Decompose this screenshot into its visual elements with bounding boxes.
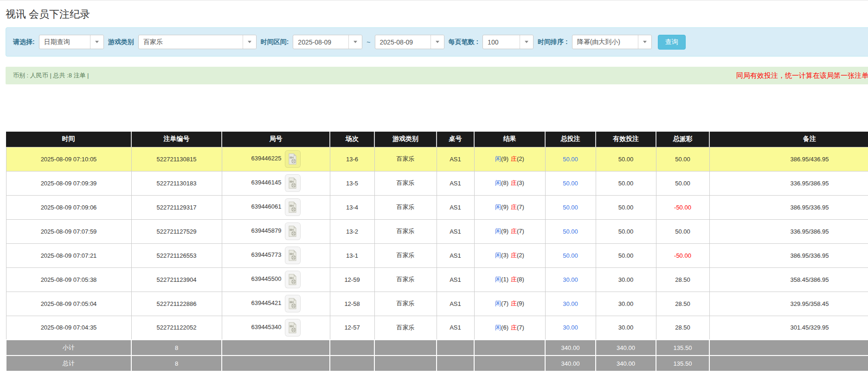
date-from-select[interactable]: 2025-08-09 — [293, 35, 362, 49]
subtotal-total-bet: 340.00 — [545, 340, 596, 356]
result-banker-score: (3) — [517, 179, 524, 186]
total-bet-link[interactable]: 50.00 — [563, 180, 578, 187]
cell-payout: 50.00 — [656, 219, 709, 243]
cell-game-type: 百家乐 — [374, 292, 437, 316]
total-bet-link[interactable]: 30.00 — [563, 276, 578, 283]
total-count: 8 — [131, 356, 222, 371]
video-replay-icon — [288, 298, 297, 310]
cell-bet-id: 522721130815 — [131, 147, 222, 171]
cell-session: 13-5 — [330, 171, 374, 195]
result-banker: 庄 — [511, 179, 517, 186]
query-type-value: 日期查询 — [39, 35, 90, 49]
video-replay-button[interactable] — [285, 247, 301, 264]
cell-remark: 386.95/436.95 — [709, 147, 868, 171]
round-id-value: 639445773 — [251, 251, 281, 258]
col-valid-bet: 有效投注 — [596, 132, 656, 147]
video-replay-button[interactable] — [285, 198, 301, 216]
per-page-label: 每页笔数 : — [449, 38, 479, 46]
cell-table-no: AS1 — [437, 243, 474, 267]
cell-time: 2025-08-09 07:05:38 — [6, 267, 131, 292]
video-replay-icon — [288, 273, 297, 286]
table-row: 2025-08-09 07:09:06 522721129317 6394460… — [6, 195, 868, 219]
total-bet-link[interactable]: 30.00 — [563, 324, 578, 331]
result-banker-score: (2) — [517, 252, 524, 259]
date-to-select[interactable]: 2025-08-09 — [375, 35, 444, 49]
cell-payout: 50.00 — [656, 171, 709, 195]
result-player: 闲 — [495, 179, 501, 186]
video-replay-icon — [288, 201, 297, 213]
result-banker: 庄 — [511, 155, 517, 162]
video-replay-button[interactable] — [285, 295, 301, 312]
subtotal-payout: 135.50 — [656, 340, 709, 356]
col-game-type: 游戏类别 — [374, 132, 437, 147]
cell-session: 12-57 — [330, 316, 374, 340]
cell-time: 2025-08-09 07:09:39 — [6, 171, 131, 195]
col-payout: 总派彩 — [656, 132, 709, 147]
table-row: 2025-08-09 07:09:39 522721130183 6394461… — [6, 171, 868, 195]
video-replay-icon — [288, 249, 297, 261]
cell-payout: -50.00 — [656, 195, 709, 219]
cell-time: 2025-08-09 07:10:05 — [6, 147, 131, 171]
per-page-select[interactable]: 100 — [482, 35, 534, 49]
subtotal-valid-bet: 340.00 — [596, 340, 656, 356]
page-title: 视讯 会员下注纪录 — [6, 7, 868, 21]
cell-session: 13-2 — [330, 219, 374, 243]
cell-game-type: 百家乐 — [374, 219, 437, 243]
cell-game-type: 百家乐 — [374, 171, 437, 195]
result-player-score: (9) — [501, 228, 508, 235]
result-banker: 庄 — [511, 252, 517, 259]
cell-table-no: AS1 — [437, 195, 474, 219]
result-banker-score: (8) — [517, 276, 524, 283]
sort-order-value: 降幂(由大到小) — [572, 35, 638, 49]
currency-total-text: 币别 : 人民币 | 总共 :8 注单 | — [13, 71, 89, 80]
cell-session: 13-1 — [330, 243, 374, 267]
cell-session: 13-6 — [330, 147, 374, 171]
round-id-value: 639445500 — [251, 275, 281, 282]
chevron-down-icon — [348, 35, 362, 49]
result-banker-score: (2) — [517, 155, 524, 162]
total-bet-link[interactable]: 50.00 — [563, 228, 578, 235]
video-replay-button[interactable] — [285, 222, 301, 240]
col-total-bet: 总投注 — [545, 132, 596, 147]
video-replay-icon — [288, 153, 297, 165]
cell-round-id: 639445340 — [222, 316, 330, 340]
video-replay-icon — [288, 177, 297, 189]
cell-game-type: 百家乐 — [374, 316, 437, 340]
round-id-value: 639446225 — [251, 155, 281, 162]
total-bet-link[interactable]: 50.00 — [563, 252, 578, 259]
cell-session: 12-58 — [330, 292, 374, 316]
video-replay-button[interactable] — [285, 174, 301, 192]
cell-valid-bet: 30.00 — [596, 267, 656, 292]
per-page-value: 100 — [483, 35, 520, 49]
query-type-select[interactable]: 日期查询 — [39, 35, 104, 49]
total-bet-link[interactable]: 30.00 — [563, 300, 578, 307]
cell-total-bet: 50.00 — [545, 195, 596, 219]
table-header: 时间 注单编号 局号 场次 游戏类别 桌号 结果 总投注 有效投注 总派彩 备注 — [6, 132, 868, 147]
cell-round-id: 639446145 — [222, 171, 330, 195]
total-bet-link[interactable]: 50.00 — [563, 204, 578, 211]
cell-valid-bet: 50.00 — [596, 195, 656, 219]
cell-round-id: 639445879 — [222, 219, 330, 243]
cell-remark: 336.95/386.95 — [709, 219, 868, 243]
cell-bet-id: 522721123904 — [131, 267, 222, 292]
video-replay-icon — [288, 322, 297, 334]
cell-bet-id: 522721129317 — [131, 195, 222, 219]
summary-bar: 币别 : 人民币 | 总共 :8 注单 | 同局有效投注，统一计算在该局第一张注… — [6, 67, 868, 84]
result-player-score: (6) — [501, 324, 508, 331]
result-player-score: (9) — [501, 203, 508, 210]
cell-result: 闲(9)庄(7) — [474, 195, 545, 219]
sort-order-select[interactable]: 降幂(由大到小) — [572, 35, 652, 49]
total-bet-link[interactable]: 50.00 — [563, 156, 578, 163]
chevron-down-icon — [90, 35, 103, 49]
cell-remark: 301.45/329.95 — [709, 316, 868, 340]
cell-result: 闲(1)庄(8) — [474, 267, 545, 292]
cell-result: 闲(9)庄(2) — [474, 147, 545, 171]
video-replay-button[interactable] — [285, 150, 301, 168]
video-replay-button[interactable] — [285, 271, 301, 288]
search-button[interactable]: 查询 — [658, 35, 686, 50]
game-type-select[interactable]: 百家乐 — [138, 35, 257, 49]
col-result: 结果 — [474, 132, 545, 147]
video-replay-button[interactable] — [285, 319, 301, 337]
result-player: 闲 — [495, 324, 501, 331]
cell-valid-bet: 30.00 — [596, 316, 656, 340]
